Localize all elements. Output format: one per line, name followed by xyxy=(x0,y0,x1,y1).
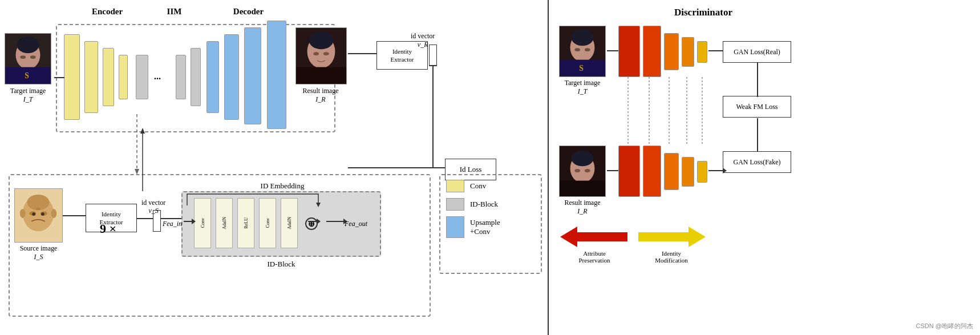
arrow-to-vs xyxy=(137,218,153,219)
svg-point-40 xyxy=(585,169,590,172)
svg-text:S: S xyxy=(579,64,584,72)
svg-point-33 xyxy=(574,48,580,51)
source-image-label: Source image I_S xyxy=(11,244,66,261)
connector-h xyxy=(429,65,437,66)
nine-times-label: 9 × xyxy=(100,221,116,236)
svg-point-22 xyxy=(51,209,56,218)
target-image-top: S xyxy=(5,33,51,84)
disc-block-top-5 xyxy=(697,41,707,63)
arrow-to-gan-fake xyxy=(708,170,723,171)
gan-loss-fake-box: GAN Loss(Fake) xyxy=(723,151,791,173)
decoder-blue-4 xyxy=(267,21,286,129)
svg-point-9 xyxy=(309,31,333,49)
target-image-top-label: Target image I_T xyxy=(5,87,51,104)
arrow-fea-out xyxy=(326,221,343,222)
ellipsis: ... xyxy=(154,71,161,82)
arrow-to-plus xyxy=(308,221,317,222)
disc-block-bot-2 xyxy=(643,146,661,197)
svg-point-37 xyxy=(571,151,593,166)
disc-result-label: Result image I_R xyxy=(554,199,610,216)
fm-connections xyxy=(617,77,714,146)
arrow-fea-in xyxy=(184,221,192,222)
encoder-block-1 xyxy=(64,34,80,120)
svg-text:S: S xyxy=(25,71,29,80)
plus-circle: ⊕ xyxy=(305,217,318,230)
decoder-gray-1 xyxy=(176,55,186,99)
identity-arrow xyxy=(637,225,706,248)
weak-fm-loss-box: Weak FM Loss xyxy=(723,96,791,118)
svg-marker-46 xyxy=(560,227,577,247)
left-panel: Encoder IIM Decoder S Target image I_T xyxy=(0,0,548,335)
svg-rect-47 xyxy=(577,232,627,241)
right-panel: Discriminator S Target image I_T xyxy=(548,0,980,335)
inner-relu: ReLU xyxy=(237,198,254,248)
svg-point-2 xyxy=(17,37,39,53)
svg-point-39 xyxy=(574,169,580,172)
result-image xyxy=(295,27,347,84)
arrow-to-identity-extractor xyxy=(348,53,376,54)
svg-marker-49 xyxy=(689,227,706,247)
disc-target-label: Target image I_T xyxy=(554,79,610,96)
disc-block-top-4 xyxy=(682,37,694,67)
svg-point-30 xyxy=(571,29,593,46)
arrow-to-encoder xyxy=(54,77,64,78)
legend-upsample: Upsample +Conv xyxy=(446,216,535,238)
decoder-blue-2 xyxy=(224,34,239,120)
disc-block-bot-3 xyxy=(664,153,679,190)
disc-result-image xyxy=(559,146,606,197)
decoder-blue-1 xyxy=(206,41,219,113)
fea-in-label: Fea_in xyxy=(163,220,182,228)
arrow-gan-fake-to-fm xyxy=(757,118,758,151)
inner-adain-2: AdaIN xyxy=(281,198,298,248)
inner-conv-1: Conv xyxy=(194,198,211,248)
arrow-source-to-idext xyxy=(63,215,86,216)
id-vector-label-top: id vector v_R xyxy=(411,32,435,49)
svg-rect-38 xyxy=(560,181,605,196)
decoder-blue-3 xyxy=(244,27,261,124)
disc-block-bot-1 xyxy=(618,146,640,197)
fea-out-label: Fea_out xyxy=(345,220,367,228)
top-section-labels: Encoder IIM Decoder xyxy=(62,7,301,17)
inner-conv-2: Conv xyxy=(259,198,276,248)
svg-point-6 xyxy=(30,55,36,59)
encoder-label: Encoder xyxy=(62,7,153,17)
identity-label: Identity Modification xyxy=(655,250,687,264)
svg-point-18 xyxy=(32,212,35,216)
decoder-label: Decoder xyxy=(196,7,301,17)
arrow-to-gan-real xyxy=(708,50,723,51)
svg-point-19 xyxy=(41,212,44,216)
svg-rect-48 xyxy=(638,232,689,241)
disc-block-top-1 xyxy=(618,26,640,77)
encoder-block-3 xyxy=(103,48,114,106)
result-image-label: Result image I_R xyxy=(294,87,347,104)
arrow-result-to-disc xyxy=(607,170,618,171)
legend-idblock: ID-Block xyxy=(446,198,535,211)
id-block-label: ID-Block xyxy=(181,260,381,269)
source-image xyxy=(14,188,63,243)
gan-loss-real-box: GAN Loss(Real) xyxy=(723,41,791,63)
svg-point-34 xyxy=(585,48,590,51)
legend-conv: Conv xyxy=(446,180,535,192)
encoder-block-2 xyxy=(84,41,98,113)
inner-adain-1: AdaIN xyxy=(216,198,233,248)
svg-point-20 xyxy=(36,208,41,210)
attribute-preservation-group: Attribute Preservation xyxy=(560,225,629,264)
encoder-block-4 xyxy=(119,55,128,99)
iim-label: IIM xyxy=(153,7,196,17)
arrow-vR-down xyxy=(432,66,434,168)
svg-point-12 xyxy=(323,52,329,55)
arrow-to-id-embedding xyxy=(161,218,184,219)
attribute-arrow xyxy=(560,225,629,248)
disc-block-bot-4 xyxy=(682,157,694,187)
svg-rect-10 xyxy=(296,67,346,84)
arrow-gan-real-to-fm xyxy=(757,63,758,97)
discriminator-title: Discriminator xyxy=(674,7,732,18)
svg-point-15 xyxy=(27,195,49,210)
disc-block-bot-5 xyxy=(697,161,707,183)
arrow-target-to-disc xyxy=(607,50,618,51)
svg-point-21 xyxy=(20,209,26,218)
disc-target-image: S xyxy=(559,26,606,77)
disc-block-top-2 xyxy=(643,26,661,77)
id-embedding-label: ID Embedding xyxy=(183,181,382,191)
decoder-gray-2 xyxy=(191,48,201,106)
